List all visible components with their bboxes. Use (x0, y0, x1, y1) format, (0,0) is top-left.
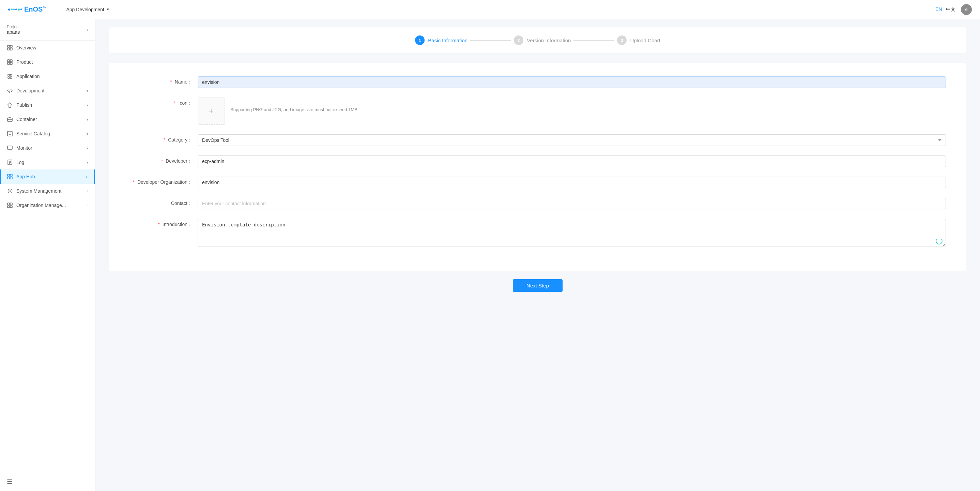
category-required-mark: * (164, 137, 165, 142)
svg-rect-32 (8, 206, 10, 208)
svg-rect-9 (10, 74, 12, 76)
svg-line-12 (10, 89, 10, 93)
app-hub-icon (7, 174, 13, 180)
dev-org-input[interactable] (197, 177, 946, 188)
sidebar-item-application[interactable]: Application (0, 69, 95, 83)
sidebar-label-system-management: System Management (16, 188, 84, 194)
svg-rect-5 (10, 60, 12, 62)
topbar: EnOS™ App Development ▼ EN | 中文 e (0, 0, 980, 19)
sidebar-label-app-hub: App Hub (16, 174, 83, 179)
sidebar-label-publish: Publish (16, 102, 83, 108)
svg-rect-10 (8, 77, 10, 78)
svg-rect-11 (10, 77, 12, 78)
hamburger-icon: ☰ (7, 478, 12, 485)
user-avatar[interactable]: e (961, 4, 972, 15)
form-row-name: * Name： (129, 77, 946, 88)
sidebar-item-org-management[interactable]: Organization Manage... › (0, 198, 95, 212)
app-development-button[interactable]: App Development ▼ (64, 5, 112, 14)
logo-dot-1 (8, 8, 10, 11)
sidebar-label-application: Application (16, 74, 88, 79)
logo-dot-2 (11, 8, 13, 10)
logo-dot-4 (15, 8, 17, 10)
logo-dot-6 (21, 8, 22, 10)
sidebar-item-development[interactable]: Development ▾ (0, 83, 95, 98)
app-dev-chevron-icon: ▼ (106, 8, 110, 11)
sidebar-item-overview[interactable]: Overview (0, 41, 95, 55)
developer-label: * Developer： (129, 155, 197, 164)
contact-label: Contact： (129, 198, 197, 207)
introduction-textarea[interactable]: Envision template description (197, 219, 946, 247)
dev-org-control (197, 177, 946, 188)
dev-org-required-mark: * (133, 179, 135, 185)
overview-icon (7, 45, 13, 51)
button-row: Next Step (109, 279, 966, 299)
publish-expand-icon: ▾ (87, 103, 88, 107)
sidebar-item-product[interactable]: Product (0, 55, 95, 69)
sidebar-label-development: Development (16, 88, 83, 93)
form-row-contact: Contact： (129, 198, 946, 209)
language-switch[interactable]: EN | 中文 (935, 6, 956, 13)
step-line-1 (470, 40, 511, 41)
sidebar-project[interactable]: Project apaas › (0, 19, 95, 41)
developer-input[interactable] (197, 155, 946, 167)
svg-rect-0 (8, 45, 10, 48)
lang-en[interactable]: EN (935, 6, 942, 12)
sidebar-project-name: apaas (7, 29, 20, 35)
sidebar-bottom-icon[interactable]: ☰ (7, 478, 12, 486)
step-3-circle: 3 (617, 35, 627, 45)
svg-rect-7 (10, 62, 12, 64)
lang-cn[interactable]: 中文 (946, 6, 956, 12)
monitor-icon (7, 145, 13, 151)
next-step-button[interactable]: Next Step (513, 279, 563, 292)
sidebar-item-monitor[interactable]: Monitor ▾ (0, 141, 95, 155)
sidebar-project-info: Project apaas (7, 24, 20, 35)
sidebar-item-log[interactable]: Log ▾ (0, 155, 95, 169)
topbar-divider (55, 5, 55, 14)
sidebar-item-container[interactable]: Container ▾ (0, 112, 95, 126)
name-required-mark: * (170, 79, 172, 84)
org-management-icon (7, 202, 13, 208)
intro-required-mark: * (158, 222, 159, 227)
svg-rect-31 (10, 203, 12, 205)
svg-rect-33 (10, 206, 12, 208)
svg-rect-18 (8, 146, 12, 149)
development-icon (7, 88, 13, 94)
sidebar-label-monitor: Monitor (16, 145, 83, 151)
sidebar-label-org-management: Organization Manage... (16, 202, 84, 208)
developer-control (197, 155, 946, 167)
app-development-label: App Development (66, 7, 104, 12)
app-hub-expand-icon: › (86, 175, 87, 179)
logo-dot-5 (18, 8, 20, 11)
lang-separator: | (943, 6, 945, 12)
sidebar-item-system-management[interactable]: System Management › (0, 184, 95, 198)
contact-input[interactable] (197, 198, 946, 209)
intro-control: Envision template description (197, 219, 946, 248)
main-content: 1 Basic Information 2 Version Informatio… (95, 19, 980, 491)
step-1: 1 Basic Information (415, 35, 468, 45)
log-expand-icon: ▾ (87, 161, 88, 164)
sidebar-item-service-catalog[interactable]: Service Catalog ▾ (0, 126, 95, 141)
name-input[interactable] (197, 77, 946, 88)
form-card: * Name： * Icon： + Supporting PNG and JP (109, 63, 966, 271)
step-1-circle: 1 (415, 35, 425, 45)
step-2-circle: 2 (514, 35, 523, 45)
dev-org-label: * Developer Organization： (129, 177, 197, 185)
category-select[interactable]: DevOps Tool Analytics Security Infrastru… (197, 134, 946, 146)
icon-label: * Icon： (129, 97, 197, 107)
textarea-spinner-icon (936, 238, 942, 244)
application-icon (7, 73, 13, 80)
icon-upload-plus: + (209, 107, 214, 116)
sidebar-item-publish[interactable]: Publish ▾ (0, 98, 95, 112)
sidebar-project-label: Project (7, 24, 20, 29)
step-1-label: Basic Information (428, 38, 468, 43)
svg-rect-4 (8, 60, 10, 62)
sidebar-item-app-hub[interactable]: App Hub › (0, 169, 95, 184)
icon-upload-area[interactable]: + (197, 97, 225, 125)
svg-rect-8 (8, 74, 10, 76)
stepper: 1 Basic Information 2 Version Informatio… (109, 27, 966, 53)
contact-control (197, 198, 946, 209)
sidebar-label-container: Container (16, 116, 83, 122)
system-mgmt-expand-icon: › (87, 189, 88, 193)
sidebar-label-service-catalog: Service Catalog (16, 131, 83, 136)
intro-label: * Introduction： (129, 219, 197, 228)
